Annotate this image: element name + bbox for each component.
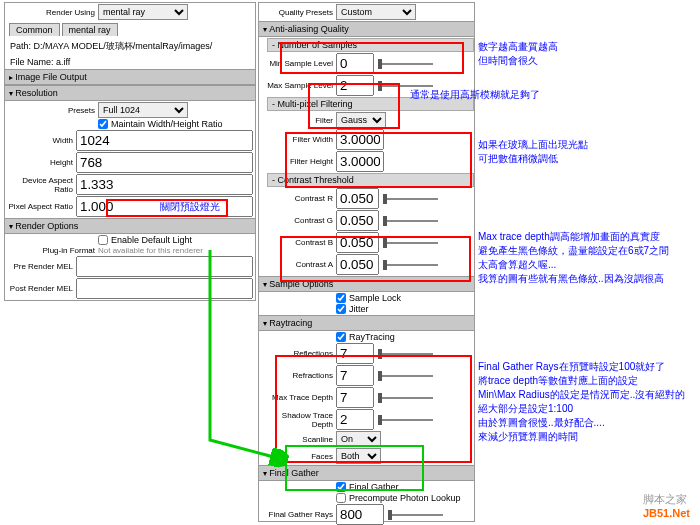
path-label: Path: D:/MAYA MODEL/玻璃杯/mentalRay/images… [5,38,255,55]
file-label: File Name: a.iff [5,55,255,69]
highlight-samples [280,42,464,74]
height-field[interactable] [76,152,253,173]
section-ro[interactable]: Render Options [5,218,255,234]
section-res[interactable]: Resolution [5,85,255,101]
fg-rays[interactable] [336,504,384,525]
enable-default-light-check[interactable] [98,235,108,245]
watermark: 脚本之家JB51.Net [643,492,690,519]
highlight-filter [308,83,400,129]
contrast-g[interactable] [336,210,379,231]
section-ifo[interactable]: Image File Output [5,69,255,85]
sample-lock[interactable] [336,293,346,303]
presets-select[interactable]: Full 1024 [98,102,188,118]
contrast-r[interactable] [336,188,379,209]
dar-field[interactable] [76,174,253,195]
maintain-ratio-check[interactable] [98,119,108,129]
render-using-label: Render Using [7,8,98,17]
ppl-check[interactable] [336,493,346,503]
highlight-contrast [285,132,472,188]
highlight-tracedepth [285,445,424,491]
quality-presets-select[interactable]: Custom [336,4,416,20]
note2: 通常是使用高斯模糊就足夠了 [410,88,540,102]
raytracing-check[interactable] [336,332,346,342]
width-field[interactable] [76,130,253,151]
note3: 如果在玻璃上面出現光點可把數值稍微調低 [478,138,588,166]
arrow-icon [200,250,300,470]
note-edl: 關閉預設燈光 [160,200,220,214]
section-aa[interactable]: Anti-aliasing Quality [259,21,474,37]
tab-mentalray[interactable]: mental ray [62,23,118,36]
note4: Max trace depth調高能增加畫面的真實度避免產生黑色條紋，盡量能設定… [478,230,669,286]
tab-common[interactable]: Common [9,23,60,36]
highlight-trace [280,236,471,282]
note1: 數字越高畫質越高但時間會很久 [478,40,558,68]
note5: Final Gather Rays在預覽時設定100就好了將trace dept… [478,360,685,444]
render-using-select[interactable]: mental ray [98,4,188,20]
jitter[interactable] [336,304,346,314]
